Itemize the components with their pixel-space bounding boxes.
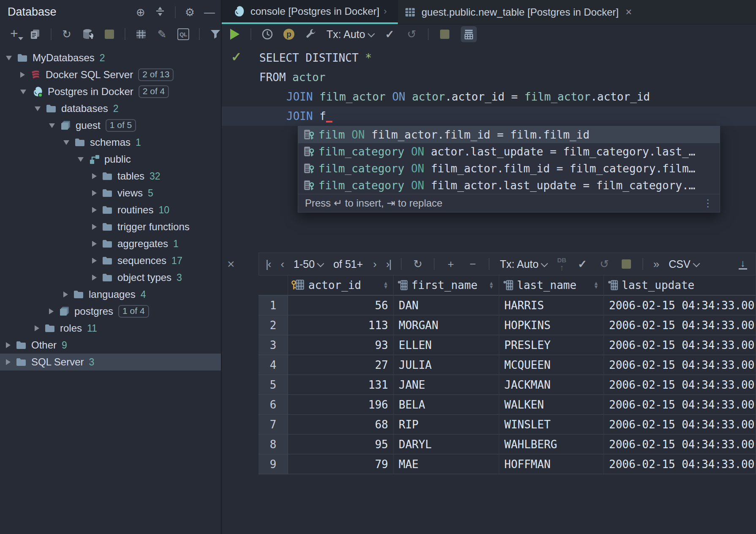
cell-first_name-row1[interactable]: DAN <box>394 296 499 316</box>
reload-page-button[interactable]: ↻ <box>412 258 424 270</box>
tree-item-databases[interactable]: databases2 <box>0 100 221 117</box>
completion-item-1[interactable]: film ON film_actor.film_id = film.film_i… <box>298 126 720 143</box>
code-line-1[interactable]: SELECT DISTINCT * <box>259 48 372 68</box>
wrench-settings-button[interactable] <box>305 28 316 40</box>
row-number-5[interactable]: 5 <box>258 375 288 395</box>
export-format-select[interactable]: CSV <box>669 258 699 270</box>
chevron-collapsed-icon[interactable] <box>6 359 11 365</box>
grid-corner-cell[interactable] <box>258 275 288 296</box>
column-header-first_name[interactable]: first_name▲▼ <box>394 275 499 296</box>
cell-actor_id-row3[interactable]: 93 <box>288 335 394 355</box>
cell-last_name-row6[interactable]: WALKEN <box>499 395 604 415</box>
cell-last_update-row5[interactable]: 2006-02-15 04:34:33.00 <box>604 375 756 395</box>
chevron-collapsed-icon[interactable] <box>35 325 39 331</box>
cell-last_update-row9[interactable]: 2006-02-15 04:34:33.00 <box>604 455 756 474</box>
cell-last_update-row4[interactable]: 2006-02-15 04:34:33.00 <box>604 355 756 375</box>
cell-last_name-row3[interactable]: PRESLEY <box>499 335 604 355</box>
cell-last_update-row7[interactable]: 2006-02-15 04:34:33.00 <box>604 415 756 435</box>
rollback-button[interactable]: ↺ <box>598 258 610 270</box>
close-tab-icon[interactable]: × <box>625 5 632 19</box>
cell-actor_id-row9[interactable]: 79 <box>288 455 394 474</box>
row-number-3[interactable]: 3 <box>258 335 288 355</box>
tree-item-public[interactable]: public <box>0 151 221 168</box>
row-number-4[interactable]: 4 <box>258 355 288 375</box>
row-number-2[interactable]: 2 <box>258 316 288 335</box>
tree-item-postgres-in-docker[interactable]: Postgres in Docker2 of 4 <box>0 83 221 100</box>
chevron-expanded-icon[interactable] <box>6 56 12 60</box>
tree-item-mydatabases[interactable]: MyDatabases2 <box>0 49 221 66</box>
tree-item-aggregates[interactable]: aggregates1 <box>0 235 221 252</box>
chevron-expanded-icon[interactable] <box>63 140 69 145</box>
tab-console[interactable]: console [Postgres in Docker] › <box>222 0 398 24</box>
tree-item-other[interactable]: Other9 <box>0 337 221 354</box>
sort-arrows-icon[interactable]: ▲▼ <box>490 281 493 289</box>
cell-last_name-row8[interactable]: WAHLBERG <box>499 435 604 455</box>
chevron-collapsed-icon[interactable] <box>92 173 97 179</box>
tree-item-schemas[interactable]: schemas1 <box>0 134 221 151</box>
tree-item-object-types[interactable]: object types3 <box>0 269 221 286</box>
chevron-expanded-icon[interactable] <box>35 106 41 111</box>
last-page-button[interactable]: ›| <box>386 258 391 271</box>
page-range-select[interactable]: 1-50 <box>294 258 323 270</box>
sort-arrows-icon[interactable]: ▲▼ <box>384 281 387 289</box>
first-page-button[interactable]: |‹ <box>266 258 270 271</box>
completion-item-4[interactable]: film_category ON film_actor.last_update … <box>298 177 720 194</box>
chevron-expanded-icon[interactable] <box>49 123 55 128</box>
tree-item-trigger-functions[interactable]: trigger functions <box>0 218 221 235</box>
code-line-3[interactable]: JOIN film_actor ON actor.actor_id = film… <box>286 87 650 106</box>
tree-item-postgres[interactable]: postgres1 of 4 <box>0 303 221 320</box>
tree-item-tables[interactable]: tables32 <box>0 168 221 185</box>
tx-mode-select[interactable]: Tx: Auto <box>500 258 547 270</box>
cell-actor_id-row2[interactable]: 113 <box>288 316 394 335</box>
row-number-9[interactable]: 9 <box>258 455 288 474</box>
chevron-collapsed-icon[interactable] <box>49 308 54 314</box>
tree-item-roles[interactable]: roles11 <box>0 320 221 337</box>
cell-last_update-row6[interactable]: 2006-02-15 04:34:33.00 <box>604 395 756 415</box>
commit-button[interactable]: ✓ <box>577 258 588 270</box>
tab-new-table[interactable]: guest.public.new_table [Postgres in Dock… <box>398 0 672 24</box>
cell-first_name-row8[interactable]: DARYL <box>394 435 499 455</box>
cell-last_update-row1[interactable]: 2006-02-15 04:34:33.00 <box>604 296 756 316</box>
cell-last_name-row9[interactable]: HOFFMAN <box>499 455 604 474</box>
tree-item-views[interactable]: views5 <box>0 185 221 202</box>
code-line-2[interactable]: FROM actor <box>259 68 326 87</box>
column-header-last_update[interactable]: last_update <box>604 275 756 296</box>
sort-arrows-icon[interactable]: ▲▼ <box>595 281 598 289</box>
stop-button[interactable] <box>620 258 632 270</box>
chevron-collapsed-icon[interactable] <box>6 342 11 348</box>
next-page-button[interactable]: › <box>373 258 376 271</box>
cell-first_name-row7[interactable]: RIP <box>394 415 499 435</box>
delete-row-button[interactable]: − <box>467 258 479 270</box>
chevron-collapsed-icon[interactable] <box>92 224 97 230</box>
tree-item-routines[interactable]: routines10 <box>0 202 221 218</box>
chevron-expanded-icon[interactable] <box>20 90 26 94</box>
tab-chevron-icon[interactable]: › <box>383 6 386 17</box>
cell-last_update-row3[interactable]: 2006-02-15 04:34:33.00 <box>604 335 756 355</box>
stop-button[interactable] <box>439 28 451 40</box>
commit-button[interactable]: ✓ <box>384 28 396 40</box>
chevron-collapsed-icon[interactable] <box>20 72 25 78</box>
tree-item-sequences[interactable]: sequences17 <box>0 252 221 269</box>
chevron-collapsed-icon[interactable] <box>92 241 97 247</box>
profiler-p-badge[interactable]: p <box>283 29 294 40</box>
completion-item-2[interactable]: film_category ON actor.last_update = fil… <box>298 143 720 160</box>
cell-last_update-row8[interactable]: 2006-02-15 04:34:33.00 <box>604 435 756 455</box>
code-line-4[interactable]: JOIN f <box>286 106 332 126</box>
chevron-expanded-icon[interactable] <box>78 157 84 162</box>
add-row-button[interactable]: + <box>445 258 457 270</box>
tree-item-sql-server[interactable]: SQL Server3 <box>0 354 221 371</box>
cell-last_name-row1[interactable]: HARRIS <box>499 296 604 316</box>
cell-first_name-row5[interactable]: JANE <box>394 375 499 395</box>
cell-first_name-row6[interactable]: BELA <box>394 395 499 415</box>
chevron-collapsed-icon[interactable] <box>92 275 97 281</box>
chevron-collapsed-icon[interactable] <box>92 258 97 264</box>
cell-actor_id-row6[interactable]: 196 <box>288 395 394 415</box>
completion-item-3[interactable]: film_category ON film_actor.film_id = fi… <box>298 160 720 177</box>
cell-first_name-row3[interactable]: ELLEN <box>394 335 499 355</box>
chevron-collapsed-icon[interactable] <box>92 207 97 213</box>
cell-actor_id-row4[interactable]: 27 <box>288 355 394 375</box>
cell-actor_id-row1[interactable]: 56 <box>288 296 394 316</box>
cell-first_name-row9[interactable]: MAE <box>394 455 499 474</box>
close-results-button[interactable]: × <box>227 257 235 271</box>
chevron-collapsed-icon[interactable] <box>63 292 68 297</box>
